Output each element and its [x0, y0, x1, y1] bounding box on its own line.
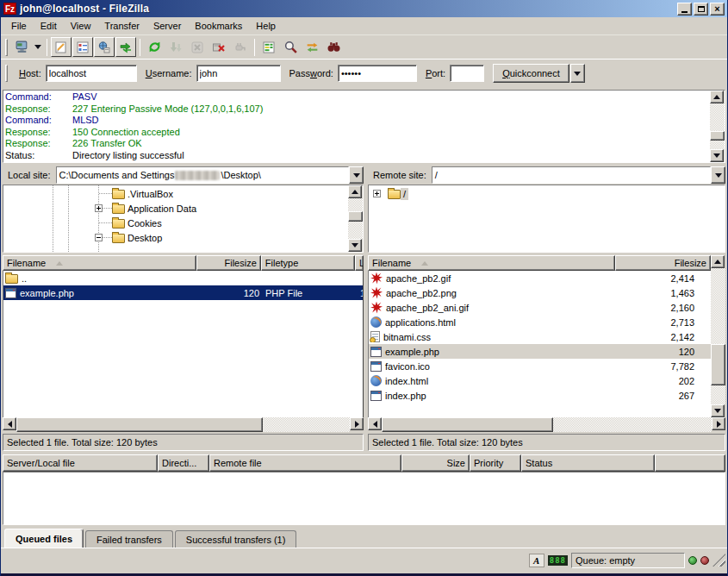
file-row[interactable]: apache_pb2.png 1,463: [369, 285, 711, 300]
menu-file[interactable]: File: [4, 19, 34, 33]
local-pane: Local site: C:\Documents and Settings\De…: [3, 166, 364, 451]
close-button[interactable]: ×: [710, 3, 725, 16]
local-path-combo[interactable]: C:\Documents and Settings\Desktop\: [56, 166, 349, 184]
process-queue-button[interactable]: [165, 37, 186, 57]
tree-item[interactable]: Desktop: [3, 230, 348, 245]
file-row[interactable]: index.html 202: [369, 373, 711, 388]
menu-transfer[interactable]: Transfer: [97, 19, 146, 33]
scroll-right-button[interactable]: [350, 417, 364, 430]
column-header-remote-file[interactable]: Remote file: [209, 454, 401, 472]
refresh-button[interactable]: [144, 37, 165, 57]
disconnect-button[interactable]: [208, 37, 229, 57]
directory-comparison-button[interactable]: [258, 37, 279, 57]
tree-item[interactable]: Cookies: [3, 216, 348, 230]
site-manager-button[interactable]: [11, 37, 32, 57]
file-row-selected[interactable]: example.php 120: [369, 344, 711, 359]
remote-path-dropdown-button[interactable]: [711, 166, 725, 184]
php-file-icon: [5, 288, 16, 298]
log-scrollbar[interactable]: [710, 91, 725, 162]
scrollbar-thumb[interactable]: [711, 344, 725, 385]
filter-button[interactable]: [323, 37, 344, 57]
menu-edit[interactable]: Edit: [34, 19, 64, 33]
image-file-icon: [370, 302, 383, 314]
scroll-up-button[interactable]: [710, 91, 724, 103]
file-row[interactable]: ..: [3, 271, 363, 285]
local-horizontal-scrollbar[interactable]: [3, 417, 364, 432]
file-row-selected[interactable]: example.php 120 PHP File 1: [3, 285, 363, 300]
collapse-icon[interactable]: [95, 234, 103, 241]
scroll-down-button[interactable]: [710, 149, 724, 162]
column-header-status[interactable]: Status: [521, 454, 655, 472]
column-header-direction[interactable]: Directi...: [158, 454, 209, 472]
scroll-left-button[interactable]: [3, 417, 16, 430]
site-manager-dropdown-button[interactable]: [33, 37, 43, 57]
local-tree-scrollbar[interactable]: [348, 185, 363, 252]
scrollbar-thumb[interactable]: [348, 211, 363, 222]
scrollbar-thumb[interactable]: [710, 131, 725, 141]
remote-path-combo[interactable]: /: [432, 166, 711, 184]
tree-item[interactable]: Application Data: [3, 201, 348, 216]
local-site-bar: Local site: C:\Documents and Settings\De…: [3, 166, 364, 184]
column-header-priority[interactable]: Priority: [470, 454, 521, 472]
column-header-filesize[interactable]: Filesize: [615, 255, 711, 271]
local-path-dropdown-button[interactable]: [349, 166, 364, 184]
find-files-button[interactable]: [280, 37, 301, 57]
menu-server[interactable]: Server: [146, 19, 188, 33]
column-header-local-file[interactable]: Server/Local file: [3, 454, 158, 472]
host-input[interactable]: [46, 65, 137, 82]
tab-failed-transfers[interactable]: Failed transfers: [85, 530, 173, 548]
queue-tabs: Queued files Failed transfers Successful…: [1, 527, 727, 548]
toggle-remote-tree-button[interactable]: [94, 37, 115, 57]
reconnect-button[interactable]: [230, 37, 251, 57]
minimize-button[interactable]: [677, 3, 692, 16]
file-row[interactable]: apache_pb2_ani.gif 2,160: [369, 300, 711, 315]
transfer-queue-icon: [119, 41, 133, 54]
toggle-transfer-queue-button[interactable]: [115, 37, 136, 57]
column-header-lastmodified[interactable]: L: [355, 255, 364, 271]
queue-list[interactable]: [3, 472, 725, 525]
quickconnect-dropdown-button[interactable]: [570, 64, 585, 83]
file-row[interactable]: index.php 267: [369, 388, 711, 403]
menu-bookmarks[interactable]: Bookmarks: [188, 19, 249, 33]
resize-grip[interactable]: [712, 554, 725, 567]
column-header-filename[interactable]: Filename: [368, 255, 615, 271]
password-input[interactable]: [338, 65, 417, 82]
expand-icon[interactable]: [95, 204, 103, 212]
tree-item[interactable]: /: [369, 186, 725, 201]
tree-item[interactable]: .VirtualBox: [3, 186, 348, 201]
file-row[interactable]: apache_pb2.gif 2,414: [369, 271, 711, 285]
menu-view[interactable]: View: [64, 19, 98, 33]
column-header-filetype[interactable]: Filetype: [261, 255, 355, 271]
file-name: apache_pb2.gif: [386, 273, 451, 284]
column-header-filesize[interactable]: Filesize: [196, 255, 260, 271]
cancel-operation-button[interactable]: [187, 37, 208, 57]
toggle-local-tree-button[interactable]: [72, 37, 93, 57]
username-input[interactable]: [196, 65, 281, 82]
scroll-up-button[interactable]: [711, 255, 725, 268]
toggle-message-log-button[interactable]: [51, 37, 72, 57]
column-header-size[interactable]: Size: [401, 454, 470, 472]
file-row[interactable]: favicon.ico 7,782: [369, 359, 711, 373]
scroll-up-button[interactable]: [348, 185, 362, 198]
remote-horizontal-scrollbar[interactable]: [368, 417, 725, 432]
scrollbar-thumb[interactable]: [382, 417, 553, 432]
scroll-right-button[interactable]: [712, 417, 725, 430]
scroll-left-button[interactable]: [368, 417, 382, 430]
file-row[interactable]: applications.html 2,713: [369, 315, 711, 329]
tab-queued-files[interactable]: Queued files: [4, 529, 84, 548]
synchronized-browsing-button[interactable]: [302, 37, 322, 57]
remote-list-scrollbar[interactable]: [711, 255, 725, 417]
menu-help[interactable]: Help: [249, 19, 283, 33]
tab-successful-transfers[interactable]: Successful transfers (1): [175, 530, 297, 548]
scroll-down-button[interactable]: [348, 239, 362, 252]
maximize-button[interactable]: [694, 3, 708, 16]
scrollbar-thumb[interactable]: [16, 417, 263, 432]
file-row[interactable]: bitnami.css 2,142: [369, 329, 711, 344]
refresh-icon: [147, 40, 162, 54]
remote-status-text: Selected 1 file. Total size: 120 bytes: [372, 437, 523, 448]
expand-icon[interactable]: [373, 190, 381, 197]
port-input[interactable]: [450, 65, 484, 82]
column-header-filename[interactable]: Filename: [3, 255, 196, 271]
scroll-down-button[interactable]: [711, 404, 725, 417]
quickconnect-button[interactable]: Quickconnect: [493, 64, 569, 83]
